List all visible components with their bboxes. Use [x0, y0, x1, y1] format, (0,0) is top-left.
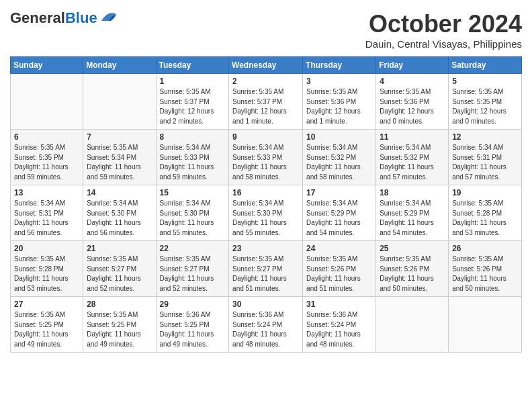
day-info: Sunrise: 5:34 AMSunset: 5:32 PMDaylight:… [380, 143, 445, 182]
calendar-week-2: 6Sunrise: 5:35 AMSunset: 5:35 PMDaylight… [11, 130, 522, 185]
day-number: 11 [380, 132, 445, 142]
day-number: 13 [14, 188, 79, 197]
col-header-monday: Monday [83, 57, 156, 74]
day-number: 31 [306, 300, 372, 309]
day-number: 3 [306, 77, 372, 86]
month-title: October 2024 [365, 10, 522, 38]
calendar-week-5: 27Sunrise: 5:35 AMSunset: 5:25 PMDayligh… [11, 297, 522, 353]
calendar-cell: 19Sunrise: 5:35 AMSunset: 5:28 PMDayligh… [449, 185, 522, 241]
col-header-friday: Friday [376, 57, 449, 74]
calendar-cell [83, 74, 156, 130]
day-number: 28 [87, 300, 152, 309]
day-number: 21 [87, 244, 152, 253]
day-info: Sunrise: 5:34 AMSunset: 5:31 PMDaylight:… [452, 143, 518, 182]
calendar-cell: 20Sunrise: 5:35 AMSunset: 5:28 PMDayligh… [11, 241, 83, 297]
calendar-cell: 10Sunrise: 5:34 AMSunset: 5:32 PMDayligh… [303, 130, 376, 185]
day-number: 19 [452, 188, 518, 197]
day-info: Sunrise: 5:34 AMSunset: 5:30 PMDaylight:… [160, 199, 226, 238]
calendar-cell: 23Sunrise: 5:35 AMSunset: 5:27 PMDayligh… [229, 241, 303, 297]
day-number: 14 [87, 188, 152, 197]
day-number: 5 [452, 77, 518, 86]
day-number: 1 [160, 77, 226, 86]
day-info: Sunrise: 5:35 AMSunset: 5:37 PMDaylight:… [232, 87, 299, 126]
day-info: Sunrise: 5:36 AMSunset: 5:24 PMDaylight:… [232, 310, 299, 349]
calendar-cell: 2Sunrise: 5:35 AMSunset: 5:37 PMDaylight… [229, 74, 303, 130]
calendar-cell: 16Sunrise: 5:34 AMSunset: 5:30 PMDayligh… [229, 185, 303, 241]
day-number: 4 [380, 77, 445, 86]
day-number: 18 [380, 188, 445, 197]
day-number: 12 [452, 132, 518, 142]
day-info: Sunrise: 5:35 AMSunset: 5:26 PMDaylight:… [452, 255, 518, 293]
day-info: Sunrise: 5:35 AMSunset: 5:26 PMDaylight:… [306, 255, 372, 293]
day-number: 25 [380, 244, 445, 253]
location-title: Dauin, Central Visayas, Philippines [365, 38, 522, 50]
calendar-cell: 13Sunrise: 5:34 AMSunset: 5:31 PMDayligh… [11, 185, 83, 241]
day-info: Sunrise: 5:34 AMSunset: 5:31 PMDaylight:… [14, 199, 79, 238]
day-info: Sunrise: 5:35 AMSunset: 5:27 PMDaylight:… [232, 255, 299, 293]
day-info: Sunrise: 5:35 AMSunset: 5:34 PMDaylight:… [87, 143, 152, 182]
col-header-saturday: Saturday [449, 57, 522, 74]
day-info: Sunrise: 5:35 AMSunset: 5:36 PMDaylight:… [306, 87, 372, 126]
day-info: Sunrise: 5:35 AMSunset: 5:28 PMDaylight:… [14, 255, 79, 293]
calendar-cell: 11Sunrise: 5:34 AMSunset: 5:32 PMDayligh… [376, 130, 449, 185]
day-info: Sunrise: 5:35 AMSunset: 5:27 PMDaylight:… [160, 255, 226, 293]
calendar-cell: 30Sunrise: 5:36 AMSunset: 5:24 PMDayligh… [229, 297, 303, 353]
day-info: Sunrise: 5:35 AMSunset: 5:26 PMDaylight:… [380, 255, 445, 293]
day-number: 17 [306, 188, 372, 197]
calendar-cell: 24Sunrise: 5:35 AMSunset: 5:26 PMDayligh… [303, 241, 376, 297]
day-info: Sunrise: 5:34 AMSunset: 5:33 PMDaylight:… [232, 143, 299, 182]
calendar-cell: 7Sunrise: 5:35 AMSunset: 5:34 PMDaylight… [83, 130, 156, 185]
day-info: Sunrise: 5:34 AMSunset: 5:29 PMDaylight:… [380, 199, 445, 238]
day-info: Sunrise: 5:36 AMSunset: 5:25 PMDaylight:… [160, 310, 226, 349]
calendar-cell: 14Sunrise: 5:34 AMSunset: 5:30 PMDayligh… [83, 185, 156, 241]
day-number: 23 [232, 244, 299, 253]
calendar-cell [376, 297, 449, 353]
title-block: October 2024 Dauin, Central Visayas, Phi… [365, 10, 522, 50]
calendar-cell: 18Sunrise: 5:34 AMSunset: 5:29 PMDayligh… [376, 185, 449, 241]
calendar-cell [11, 74, 83, 130]
calendar-cell: 22Sunrise: 5:35 AMSunset: 5:27 PMDayligh… [156, 241, 229, 297]
day-number: 24 [306, 244, 372, 253]
day-number: 8 [160, 132, 226, 142]
day-info: Sunrise: 5:35 AMSunset: 5:28 PMDaylight:… [452, 199, 518, 238]
calendar-cell: 8Sunrise: 5:34 AMSunset: 5:33 PMDaylight… [156, 130, 229, 185]
day-info: Sunrise: 5:35 AMSunset: 5:35 PMDaylight:… [452, 87, 518, 126]
logo-text: GeneralBlue [10, 10, 97, 26]
day-number: 20 [14, 244, 79, 253]
calendar-cell [449, 297, 522, 353]
day-info: Sunrise: 5:34 AMSunset: 5:30 PMDaylight:… [232, 199, 299, 238]
calendar-cell: 5Sunrise: 5:35 AMSunset: 5:35 PMDaylight… [449, 74, 522, 130]
calendar-cell: 31Sunrise: 5:36 AMSunset: 5:24 PMDayligh… [303, 297, 376, 353]
calendar-week-1: 1Sunrise: 5:35 AMSunset: 5:37 PMDaylight… [11, 74, 522, 130]
calendar-cell: 1Sunrise: 5:35 AMSunset: 5:37 PMDaylight… [156, 74, 229, 130]
calendar-cell: 12Sunrise: 5:34 AMSunset: 5:31 PMDayligh… [449, 130, 522, 185]
calendar-cell: 3Sunrise: 5:35 AMSunset: 5:36 PMDaylight… [303, 74, 376, 130]
day-info: Sunrise: 5:36 AMSunset: 5:24 PMDaylight:… [306, 310, 372, 349]
day-info: Sunrise: 5:35 AMSunset: 5:37 PMDaylight:… [160, 87, 226, 126]
day-number: 15 [160, 188, 226, 197]
calendar-cell: 27Sunrise: 5:35 AMSunset: 5:25 PMDayligh… [11, 297, 83, 353]
col-header-sunday: Sunday [11, 57, 83, 74]
calendar-cell: 17Sunrise: 5:34 AMSunset: 5:29 PMDayligh… [303, 185, 376, 241]
calendar-cell: 9Sunrise: 5:34 AMSunset: 5:33 PMDaylight… [229, 130, 303, 185]
calendar-cell: 29Sunrise: 5:36 AMSunset: 5:25 PMDayligh… [156, 297, 229, 353]
day-info: Sunrise: 5:34 AMSunset: 5:29 PMDaylight:… [306, 199, 372, 238]
day-number: 9 [232, 132, 299, 142]
day-number: 16 [232, 188, 299, 197]
logo: GeneralBlue [10, 10, 118, 26]
col-header-tuesday: Tuesday [156, 57, 229, 74]
day-number: 26 [452, 244, 518, 253]
day-info: Sunrise: 5:35 AMSunset: 5:35 PMDaylight:… [14, 143, 79, 182]
calendar-cell: 25Sunrise: 5:35 AMSunset: 5:26 PMDayligh… [376, 241, 449, 297]
calendar-table: SundayMondayTuesdayWednesdayThursdayFrid… [10, 56, 522, 353]
col-header-wednesday: Wednesday [229, 57, 303, 74]
calendar-cell: 21Sunrise: 5:35 AMSunset: 5:27 PMDayligh… [83, 241, 156, 297]
day-number: 6 [14, 132, 79, 142]
day-info: Sunrise: 5:34 AMSunset: 5:32 PMDaylight:… [306, 143, 372, 182]
col-header-thursday: Thursday [303, 57, 376, 74]
day-number: 29 [160, 300, 226, 309]
logo-icon [99, 9, 118, 22]
calendar-body: 1Sunrise: 5:35 AMSunset: 5:37 PMDaylight… [11, 74, 522, 353]
day-number: 30 [232, 300, 299, 309]
day-info: Sunrise: 5:35 AMSunset: 5:27 PMDaylight:… [87, 255, 152, 293]
